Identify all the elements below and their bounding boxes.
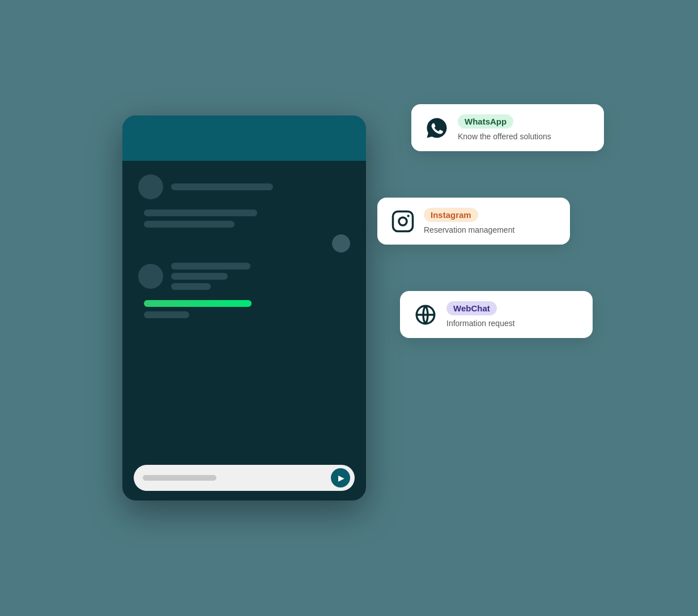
whatsapp-subtitle: Know the offered solutions [458,132,551,141]
chat-lines-3 [171,263,350,290]
webchat-card-inner: WebChat Information request [412,301,580,328]
svg-rect-0 [393,211,413,231]
instagram-card-inner: Instagram Reservation management [390,208,557,234]
scene: ▶ WhatsApp Know the offered solutions [94,87,604,529]
chat-block-line [144,221,235,228]
chat-row-3 [138,263,350,290]
chat-line [171,273,228,280]
webchat-card[interactable]: WebChat Information request [400,291,593,338]
green-highlight-bar [144,300,252,307]
phone-mockup: ▶ [122,116,366,500]
send-button[interactable]: ▶ [331,468,350,487]
avatar-right-container [144,234,350,253]
instagram-icon [390,208,416,234]
send-icon: ▶ [338,473,344,482]
svg-point-1 [399,217,407,225]
avatar-1 [138,174,163,199]
whatsapp-card[interactable]: WhatsApp Know the offered solutions [411,104,604,151]
chat-lines-1 [171,183,350,190]
phone-body [122,161,366,332]
webchat-icon [412,302,439,328]
instagram-card-content: Instagram Reservation management [424,208,514,234]
webchat-badge: WebChat [446,301,497,315]
instagram-subtitle: Reservation management [424,225,514,234]
chat-block-2 [138,209,350,253]
avatar-2 [138,264,163,289]
chat-row-1 [138,174,350,199]
svg-point-2 [407,215,410,217]
whatsapp-card-content: WhatsApp Know the offered solutions [458,114,551,141]
phone-header [122,116,366,161]
webchat-subtitle: Information request [446,319,515,328]
chat-line [171,183,273,190]
instagram-badge: Instagram [424,208,478,222]
green-bar-section [138,300,350,318]
chat-line [171,283,211,290]
phone-input-area: ▶ [122,455,366,500]
whatsapp-badge: WhatsApp [458,114,513,129]
chat-line-small [144,311,189,318]
whatsapp-icon [424,115,450,141]
chat-block-line [144,209,257,216]
instagram-card[interactable]: Instagram Reservation management [377,198,570,245]
chat-line [171,263,250,270]
webchat-card-content: WebChat Information request [446,301,515,328]
whatsapp-card-inner: WhatsApp Know the offered solutions [424,114,591,141]
chat-input-bar[interactable]: ▶ [134,465,355,491]
input-placeholder [143,475,216,481]
avatar-small [332,234,350,253]
